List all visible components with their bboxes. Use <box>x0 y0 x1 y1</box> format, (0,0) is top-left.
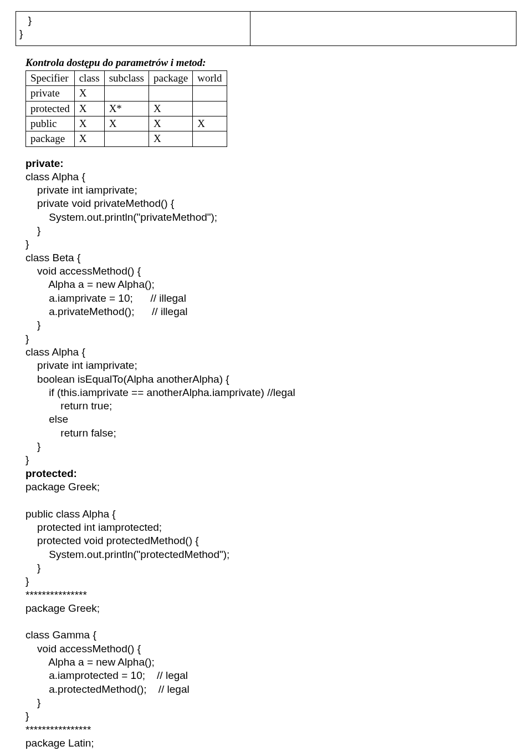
code-block-1: class Alpha { private int iamprivate; pr… <box>25 170 516 467</box>
th: class <box>74 70 104 85</box>
th: Specifier <box>26 70 75 85</box>
td <box>193 86 227 101</box>
top-code-right <box>250 12 516 45</box>
table-row: public X X X X <box>26 116 227 131</box>
td: public <box>26 116 75 131</box>
td: X <box>104 116 149 131</box>
td: private <box>26 86 75 101</box>
td: protected <box>26 101 75 116</box>
td: X <box>193 116 227 131</box>
line: } <box>19 28 23 39</box>
td: X <box>74 101 104 116</box>
td <box>193 101 227 116</box>
th: package <box>149 70 192 85</box>
td: X <box>149 116 192 131</box>
td: X <box>149 101 192 116</box>
td: X <box>74 116 104 131</box>
table-row: protected X X* X <box>26 101 227 116</box>
table-row: package X X <box>26 131 227 146</box>
td <box>193 131 227 146</box>
td <box>104 131 149 146</box>
table-header-row: Specifier class subclass package world <box>26 70 227 85</box>
protected-label: protected: <box>25 467 516 480</box>
top-code-left: } } <box>16 12 250 45</box>
line: } <box>19 14 32 26</box>
private-label: private: <box>25 157 516 170</box>
table-row: private X <box>26 86 227 101</box>
td <box>104 86 149 101</box>
td: X <box>74 86 104 101</box>
section-heading: Kontrola dostępu do parametrów i metod: <box>25 56 516 69</box>
td <box>149 86 192 101</box>
td: X <box>74 131 104 146</box>
td: package <box>26 131 75 146</box>
th: world <box>193 70 227 85</box>
code-block-2: package Greek; public class Alpha { prot… <box>25 480 516 750</box>
access-table: Specifier class subclass package world p… <box>25 70 227 147</box>
th: subclass <box>104 70 149 85</box>
td: X* <box>104 101 149 116</box>
td: X <box>149 131 192 146</box>
top-code-box: } } <box>16 11 516 46</box>
